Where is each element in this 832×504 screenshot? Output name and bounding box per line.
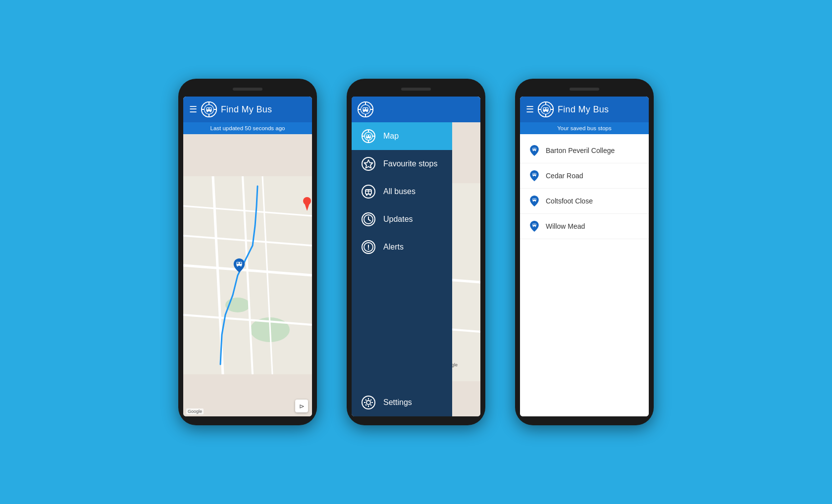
phone-speaker-2: [401, 88, 431, 91]
map-icon: [362, 129, 375, 143]
svg-rect-8: [209, 108, 211, 109]
nav-label-favourite: Favourite stops: [383, 159, 437, 168]
svg-rect-52: [369, 135, 370, 137]
stop-name-2: Coltsfoot Close: [546, 197, 593, 205]
stop-pin-icon-1: [529, 170, 540, 181]
svg-rect-104: [534, 199, 536, 200]
nav-item-favourite[interactable]: Favourite stops: [352, 150, 452, 178]
svg-rect-7: [207, 108, 209, 109]
stop-item-0[interactable]: Barton Peveril College: [520, 138, 649, 163]
clock-icon: [362, 212, 375, 226]
svg-rect-98: [533, 174, 534, 175]
phone-speaker-1: [233, 88, 262, 91]
app-header-1: ☰ Find My Bus: [183, 97, 312, 122]
phone-speaker-3: [570, 88, 599, 91]
svg-rect-89: [546, 108, 548, 109]
stop-pin-icon-2: [529, 196, 540, 206]
svg-rect-24: [237, 262, 239, 264]
svg-rect-93: [533, 149, 534, 150]
svg-line-77: [365, 400, 366, 401]
nav-item-alerts[interactable]: Alerts: [352, 233, 452, 261]
svg-point-70: [368, 249, 369, 250]
map-area-1[interactable]: Google ⊳: [183, 134, 312, 416]
svg-line-80: [365, 404, 366, 405]
hamburger-icon-1[interactable]: ☰: [189, 105, 197, 114]
phone-1: ☰ Find My Bus Last updated 50 seconds ag…: [178, 79, 317, 425]
svg-rect-99: [534, 174, 536, 175]
stop-pin-icon-3: [529, 221, 540, 232]
svg-point-26: [237, 265, 238, 266]
star-icon: [362, 157, 375, 171]
svg-point-9: [207, 111, 208, 112]
svg-point-111: [535, 226, 536, 227]
stop-item-2[interactable]: Coltsfoot Close: [520, 189, 649, 214]
svg-point-61: [366, 195, 367, 196]
app-logo-3: [538, 101, 554, 117]
phone-1-screen: ☰ Find My Bus Last updated 50 seconds ag…: [183, 97, 312, 416]
svg-point-105: [533, 201, 534, 202]
svg-rect-108: [533, 224, 534, 225]
svg-point-95: [533, 151, 534, 151]
svg-rect-40: [364, 108, 365, 109]
svg-point-72: [366, 401, 370, 404]
sub-header-3: Your saved bus stops: [520, 122, 649, 134]
bus-marker-1: [232, 258, 246, 272]
sub-header-1: Last updated 50 seconds ago: [183, 122, 312, 134]
svg-point-27: [240, 265, 241, 266]
svg-point-90: [544, 111, 545, 112]
phone-3: ☰ Find My Bus Your saved bus stops: [515, 79, 654, 425]
nav-label-all-buses: All buses: [383, 187, 416, 196]
map-attribution-1: Google: [186, 408, 204, 414]
svg-rect-94: [534, 149, 536, 150]
app-logo-1: [201, 101, 217, 117]
svg-point-10: [210, 111, 211, 112]
alert-icon: [362, 240, 375, 254]
app-header-3: ☰ Find My Bus: [520, 97, 649, 122]
map-svg-1: [183, 134, 312, 416]
svg-point-91: [547, 111, 548, 112]
stop-name-0: Barton Peveril College: [546, 147, 615, 154]
app-title-1: Find My Bus: [221, 104, 272, 115]
stop-pin-icon-0: [529, 145, 540, 156]
svg-point-53: [367, 138, 368, 139]
nav-item-map[interactable]: Map: [352, 122, 452, 150]
nav-item-all-buses[interactable]: All buses: [352, 178, 452, 205]
stop-item-3[interactable]: Willow Mead: [520, 214, 649, 239]
svg-point-101: [535, 176, 536, 177]
svg-point-96: [535, 151, 536, 151]
svg-line-78: [370, 404, 371, 405]
settings-icon: [362, 396, 375, 409]
svg-rect-51: [366, 135, 368, 137]
svg-rect-41: [366, 108, 368, 109]
svg-line-66: [368, 219, 370, 221]
stop-name-3: Willow Mead: [546, 222, 585, 230]
svg-point-62: [369, 195, 371, 196]
bus-icon: [362, 185, 375, 199]
svg-rect-109: [534, 224, 536, 225]
svg-point-110: [533, 226, 534, 227]
svg-line-79: [370, 400, 371, 401]
phone-2-screen: ☰ La... Google: [352, 97, 480, 416]
nav-drawer-header: [352, 97, 452, 122]
svg-marker-56: [364, 160, 373, 168]
phone-3-screen: ☰ Find My Bus Your saved bus stops: [520, 97, 649, 416]
svg-point-54: [369, 138, 370, 139]
stop-name-1: Cedar Road: [546, 172, 583, 180]
svg-point-42: [364, 111, 364, 112]
hamburger-icon-3[interactable]: ☰: [526, 105, 534, 114]
svg-point-106: [535, 201, 536, 202]
app-title-3: Find My Bus: [558, 104, 609, 115]
nav-item-updates[interactable]: Updates: [352, 205, 452, 233]
nav-label-updates: Updates: [383, 215, 413, 224]
svg-point-43: [366, 111, 367, 112]
stop-item-1[interactable]: Cedar Road: [520, 163, 649, 189]
svg-rect-88: [544, 108, 546, 109]
map-compass-1[interactable]: ⊳: [295, 400, 308, 412]
nav-logo: [358, 101, 373, 117]
nav-item-settings[interactable]: Settings: [352, 389, 452, 416]
svg-rect-103: [533, 199, 534, 200]
svg-point-71: [362, 396, 375, 409]
svg-rect-25: [240, 262, 242, 264]
phone-2: ☰ La... Google: [347, 79, 485, 425]
svg-point-55: [362, 157, 375, 170]
